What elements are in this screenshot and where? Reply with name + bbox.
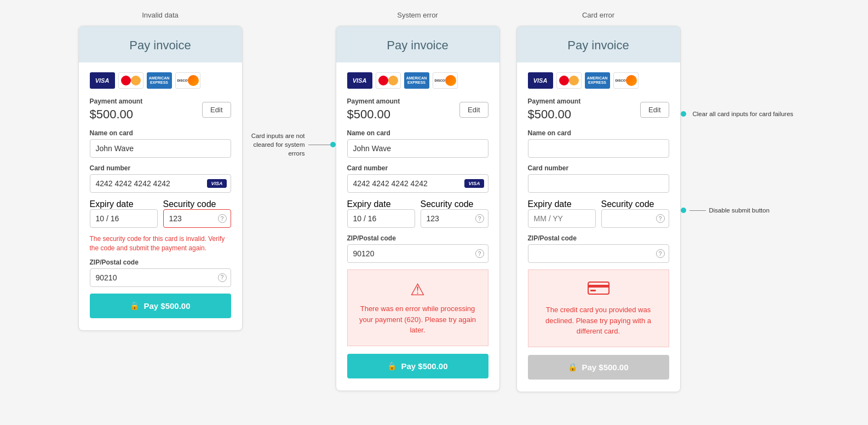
card-number-label-1: Card number (90, 164, 231, 172)
pay-button-2[interactable]: 🔒 Pay $500.00 (347, 354, 488, 378)
visa-logo-1: VISA (90, 72, 115, 89)
card-brand-badge-2: VISA (464, 179, 484, 188)
payment-amount-value-2: $500.00 (347, 107, 400, 122)
edit-button-1[interactable]: Edit (202, 102, 231, 118)
expiry-field-2: Expiry date (347, 199, 415, 228)
expiry-field-3: Expiry date (528, 199, 596, 228)
payment-label-3: Payment amount (528, 97, 581, 105)
zip-field-2: ZIP/Postal code ? (347, 234, 488, 263)
name-input-3[interactable] (528, 139, 669, 158)
payment-amount-group-3: Payment amount $500.00 (528, 97, 581, 122)
cvv-wrapper-2: ? (421, 209, 488, 228)
panel-title-3: Pay invoice (528, 38, 669, 53)
expiry-input-1[interactable] (90, 209, 158, 228)
panel-body-3: VISA AMERICANEXPRESS DISCOVER Payment am… (517, 62, 680, 392)
scenario-label-2: System error (397, 11, 438, 19)
ann-dot-left (330, 142, 336, 147)
discover-logo-1: DISCOVER (175, 72, 200, 89)
payment-amount-group-1: Payment amount $500.00 (90, 97, 143, 122)
edit-button-2[interactable]: Edit (459, 102, 488, 118)
card-number-input-3[interactable] (528, 174, 669, 193)
ann-dot-right-top (681, 111, 686, 117)
mc-logo-1 (118, 72, 143, 89)
system-error-banner: ⚠ There was en error while processing yo… (347, 269, 488, 346)
name-field-1: Name on card (90, 129, 231, 158)
svg-rect-0 (588, 282, 609, 294)
annotation-left-row: Card inputs are not cleared for system e… (243, 131, 336, 158)
cvv-label-3: Security code (601, 199, 654, 209)
expiry-label-2: Expiry date (347, 199, 391, 209)
zip-help-icon-3[interactable]: ? (656, 249, 665, 258)
scenario-label-1: Invalid data (142, 11, 179, 19)
lock-icon-3: 🔒 (568, 363, 577, 371)
lock-icon-1: 🔒 (130, 301, 139, 310)
payment-label-1: Payment amount (90, 97, 143, 105)
card-number-label-2: Card number (347, 164, 488, 172)
panel-header-1: Pay invoice (79, 26, 242, 62)
payment-amount-row-2: Payment amount $500.00 Edit (347, 97, 488, 122)
expiry-input-2[interactable] (347, 209, 415, 228)
card-logos-1: VISA AMERICANEXPRESS DISCOVER (90, 72, 231, 89)
payment-amount-row-3: Payment amount $500.00 Edit (528, 97, 669, 122)
card-icon (537, 280, 660, 300)
card-logos-3: VISA AMERICANEXPRESS DISCOVER (528, 72, 669, 89)
cvv-field-1: Security code ? (163, 199, 231, 228)
cvv-help-icon-1[interactable]: ? (218, 214, 227, 223)
card-number-label-3: Card number (528, 164, 669, 172)
zip-label-3: ZIP/Postal code (528, 234, 669, 242)
zip-label-2: ZIP/Postal code (347, 234, 488, 242)
annotation-right-top-text: Clear all card inputs for card failures (693, 110, 794, 118)
visa-logo-3: VISA (528, 72, 553, 89)
mc-logo-3 (556, 72, 582, 89)
ann-dot-right-bottom (681, 208, 686, 213)
zip-help-icon-2[interactable]: ? (475, 249, 484, 258)
annotation-left-col2: Card inputs are not cleared for system e… (243, 11, 336, 158)
cvv-wrapper-3: ? (601, 209, 669, 228)
annotation-right-top: Clear all card inputs for card failures (681, 110, 790, 118)
zip-help-icon-1[interactable]: ? (218, 273, 227, 282)
pay-button-label-1: Pay $500.00 (143, 301, 190, 311)
svg-rect-2 (590, 290, 596, 291)
cvv-help-icon-2[interactable]: ? (475, 214, 484, 223)
discover-logo-2: DISCOVER (433, 72, 458, 89)
annotation-between-cols (500, 11, 516, 104)
scenario-system-error: System error Pay invoice VISA AMERICANEX… (336, 11, 500, 391)
name-input-1[interactable] (90, 139, 231, 158)
zip-input-1[interactable] (90, 268, 231, 287)
expiry-input-3[interactable] (528, 209, 596, 228)
zip-label-1: ZIP/Postal code (90, 259, 231, 266)
card-number-wrapper-2: VISA (347, 174, 488, 193)
page-layout: Invalid data Pay invoice VISA AMERICANEX… (11, 11, 857, 392)
zip-wrapper-1: ? (90, 268, 231, 287)
expiry-field-1: Expiry date (90, 199, 158, 228)
ann-line-right-bottom (689, 210, 706, 211)
card-logos-2: VISA AMERICANEXPRESS DISCOVER (347, 72, 488, 89)
name-field-3: Name on card (528, 129, 669, 158)
expiry-cvv-row-1: Expiry date Security code ? (90, 199, 231, 228)
annotation-line-dot-left (308, 142, 336, 147)
pay-panel-2: Pay invoice VISA AMERICANEXPRESS DISCOVE… (336, 26, 500, 391)
annotation-left-text: Card inputs are not cleared for system e… (243, 131, 305, 158)
name-label-1: Name on card (90, 129, 231, 137)
panel-body-1: VISA AMERICANEXPRESS DISCOVER Payment am… (79, 62, 242, 330)
amex-logo-2: AMERICANEXPRESS (404, 72, 429, 89)
payment-amount-group-2: Payment amount $500.00 (347, 97, 400, 122)
payment-amount-value-3: $500.00 (528, 107, 581, 122)
cvv-label-2: Security code (421, 199, 474, 209)
zip-input-2[interactable] (347, 244, 488, 263)
annotation-right-bottom-text: Disable submit button (709, 206, 770, 215)
ann-line-left (308, 145, 330, 145)
pay-panel-1: Pay invoice VISA AMERICANEXPRESS DISCOVE… (78, 26, 243, 331)
cvv-wrapper-1: ? (163, 209, 231, 228)
pay-button-1[interactable]: 🔒 Pay $500.00 (90, 294, 231, 318)
edit-button-3[interactable]: Edit (640, 102, 669, 118)
name-input-2[interactable] (347, 139, 488, 158)
card-number-wrapper-1: VISA (90, 174, 231, 193)
cvv-help-icon-3[interactable]: ? (656, 214, 665, 223)
mc-logo-2 (376, 72, 401, 89)
card-number-field-1: Card number VISA (90, 164, 231, 193)
name-field-2: Name on card (347, 129, 488, 158)
panel-title-2: Pay invoice (347, 38, 488, 53)
zip-input-3[interactable] (528, 244, 669, 263)
scenario-invalid-data: Invalid data Pay invoice VISA AMERICANEX… (78, 11, 243, 331)
